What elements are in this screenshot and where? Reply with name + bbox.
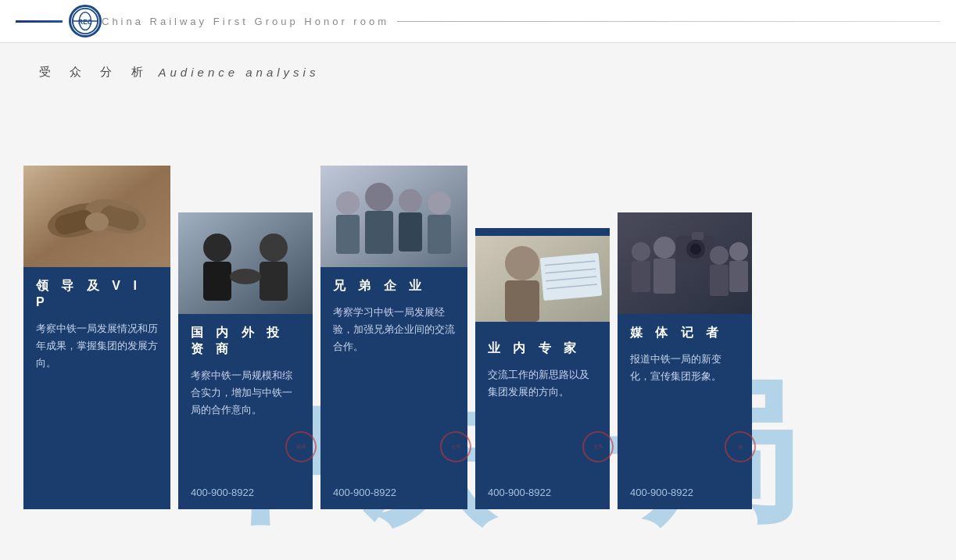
header: REC China Railway First Group Honor room xyxy=(0,0,956,43)
svg-point-28 xyxy=(505,246,539,280)
card-4-body: 业 内 专 家 交流工作的新思路以及集团发展的方向。 400-900-8922 xyxy=(475,330,610,509)
svg-rect-39 xyxy=(653,259,675,294)
meeting-svg xyxy=(178,212,313,314)
card-4-phone: 400-900-8922 xyxy=(488,479,597,498)
svg-point-13 xyxy=(203,234,231,262)
cards-container: 领 导 及 V I P 考察中铁一局发展情况和历年成果，掌握集团的发展方向。 xyxy=(23,103,933,533)
page-title-en: Audience analysis xyxy=(159,66,320,79)
svg-point-25 xyxy=(428,191,451,215)
card-2-body: 国 内 外 投 资 商 考察中铁一局规模和综合实力，增加与中铁一局的合作意向。 … xyxy=(178,314,313,509)
svg-point-46 xyxy=(729,242,748,261)
card-3-image xyxy=(320,166,467,267)
svg-rect-43 xyxy=(692,232,704,240)
svg-point-15 xyxy=(260,234,288,262)
card-1-desc: 考察中铁一局发展情况和历年成果，掌握集团的发展方向。 xyxy=(36,320,158,372)
svg-rect-12 xyxy=(178,212,313,314)
card-experts: 业 内 专 家 交流工作的新思路以及集团发展的方向。 400-900-8922 … xyxy=(475,228,610,509)
card-3-desc: 考察学习中铁一局发展经验，加强兄弟企业间的交流合作。 xyxy=(333,304,455,355)
logo-svg: REC xyxy=(71,6,99,36)
card-brother-companies: 兄 弟 企 业 考察学习中铁一局发展经验，加强兄弟企业间的交流合作。 400-9… xyxy=(320,166,467,509)
page-title: 受 众 分 析 Audience analysis xyxy=(39,65,917,80)
svg-point-19 xyxy=(336,191,360,215)
card-4-title: 业 内 专 家 xyxy=(488,341,597,357)
svg-rect-45 xyxy=(710,265,729,296)
card-2-title: 国 内 外 投 资 商 xyxy=(191,325,300,358)
card-3-phone: 400-900-8922 xyxy=(333,479,455,498)
card-4-image xyxy=(475,228,610,330)
expert-svg xyxy=(475,228,610,330)
svg-point-44 xyxy=(710,246,729,265)
svg-point-36 xyxy=(632,242,650,261)
svg-rect-16 xyxy=(260,262,288,301)
card-2-image xyxy=(178,212,313,314)
card-5-phone: 400-900-8922 xyxy=(630,479,739,498)
svg-point-23 xyxy=(399,189,422,212)
card-2-desc: 考察中铁一局规模和综合实力，增加与中铁一局的合作意向。 xyxy=(191,367,300,419)
svg-rect-14 xyxy=(203,262,231,301)
svg-point-17 xyxy=(230,269,261,284)
card-leaders: 领 导 及 V I P 考察中铁一局发展情况和历年成果，掌握集团的发展方向。 xyxy=(23,166,170,509)
card-1-image xyxy=(23,166,170,267)
svg-point-38 xyxy=(653,237,675,259)
svg-point-42 xyxy=(690,244,701,255)
page-title-cn: 受 众 分 析 xyxy=(39,65,151,80)
media-svg xyxy=(618,212,752,314)
header-line-left xyxy=(16,20,63,23)
svg-point-21 xyxy=(365,183,393,211)
card-media: 媒 体 记 者 报道中铁一局的新变化，宣传集团形象。 400-900-8922 … xyxy=(618,212,752,509)
handshake-svg xyxy=(23,166,170,267)
card-5-desc: 报道中铁一局的新变化，宣传集团形象。 xyxy=(630,351,739,385)
page-title-area: 受 众 分 析 Audience analysis xyxy=(0,43,956,95)
card-1-body: 领 导 及 V I P 考察中铁一局发展情况和历年成果，掌握集团的发展方向。 xyxy=(23,267,170,509)
card-3-title: 兄 弟 企 业 xyxy=(333,278,455,294)
svg-point-10 xyxy=(85,212,109,231)
header-line-right xyxy=(397,21,940,22)
card-investors: 国 内 外 投 资 商 考察中铁一局规模和综合实力，增加与中铁一局的合作意向。 … xyxy=(178,212,313,509)
svg-rect-20 xyxy=(336,215,360,254)
card-2-phone: 400-900-8922 xyxy=(191,479,300,498)
main-content: 中铁一局 xyxy=(0,95,956,533)
svg-rect-24 xyxy=(399,212,422,251)
header-title: China Railway First Group Honor room xyxy=(102,16,389,27)
svg-rect-47 xyxy=(729,261,748,292)
svg-rect-26 xyxy=(428,215,451,254)
card-5-image xyxy=(618,212,752,314)
card-3-body: 兄 弟 企 业 考察学习中铁一局发展经验，加强兄弟企业间的交流合作。 400-9… xyxy=(320,267,467,509)
logo: REC xyxy=(69,5,102,37)
svg-rect-29 xyxy=(505,280,539,322)
card-1-title: 领 导 及 V I P xyxy=(36,278,158,311)
svg-rect-37 xyxy=(632,261,650,292)
svg-text:REC: REC xyxy=(78,18,92,26)
svg-rect-22 xyxy=(365,211,393,254)
card-4-desc: 交流工作的新思路以及集团发展的方向。 xyxy=(488,366,597,401)
card-5-title: 媒 体 记 者 xyxy=(630,325,739,341)
group-svg xyxy=(320,166,467,267)
card-5-body: 媒 体 记 者 报道中铁一局的新变化，宣传集团形象。 400-900-8922 xyxy=(618,314,752,509)
